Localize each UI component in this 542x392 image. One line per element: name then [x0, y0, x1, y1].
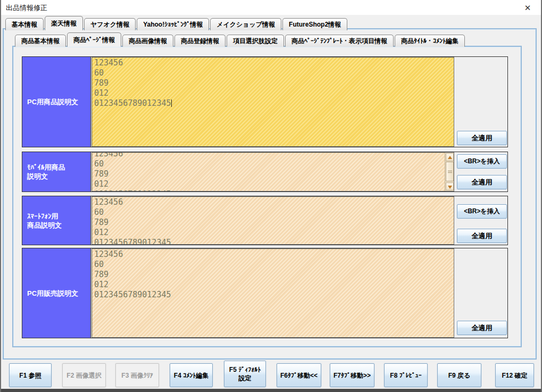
tab-rakuten-info[interactable]: 楽天情報	[45, 16, 83, 30]
thumb-grip-icon	[448, 171, 452, 173]
subtab-product-page-info[interactable]: 商品ﾍﾟｰｼﾞ情報	[67, 32, 121, 47]
f9-back-button[interactable]: F9 戻る	[437, 363, 481, 387]
tab-makeshop-info[interactable]: メイクショップ情報	[210, 18, 281, 30]
section-pc-product-description: PC用商品説明文 123456 60 789 012 0123456789012…	[22, 56, 508, 147]
f4-comment-edit-button[interactable]: F4 ｺﾒﾝﾄ編集	[170, 363, 213, 387]
section-mobile-product-description: ﾓﾊﾞｲﾙ用商品 説明文 123456 60 789 012 012345678…	[22, 152, 508, 192]
pc-product-description-label: PC用商品説明文	[22, 57, 91, 147]
apply-all-button[interactable]: 全適用	[457, 321, 507, 335]
f7-tab-move-forward-button[interactable]: F7ﾀﾌﾞ移動>>	[330, 363, 374, 387]
pc-sales-description-text: 123456 60 789 012 0123456789012345	[92, 249, 454, 301]
scroll-up-button[interactable]	[446, 153, 454, 161]
marketplace-tabs: 基本情報 楽天情報 ヤフオク情報 Yahoo!ｼｮｯﾋﾟﾝｸﾞ情報 メイクショッ…	[5, 16, 347, 30]
window-title: 出品情報修正	[6, 3, 47, 13]
subtab-product-image-info[interactable]: 商品画像情報	[122, 35, 173, 47]
dialog-listing-info-edit: 出品情報修正 ✕ 基本情報 楽天情報 ヤフオク情報 Yahoo!ｼｮｯﾋﾟﾝｸﾞ…	[0, 0, 542, 392]
close-icon[interactable]: ✕	[522, 3, 533, 13]
mobile-product-description-text: 123456 60 789 012 0123456789012345	[92, 152, 445, 191]
title-bar: 出品情報修正 ✕	[1, 0, 541, 15]
arrow-down-icon	[448, 186, 452, 189]
rakuten-subtabs: 商品基本情報 商品ﾍﾟｰｼﾞ情報 商品画像情報 商品登録情報 項目選択肢設定 商…	[15, 32, 465, 47]
f3-image-clear-button: F3 画像ｸﾘｱ	[115, 363, 159, 387]
f12-confirm-button[interactable]: F12 確定	[495, 363, 534, 387]
tab-basic-info[interactable]: 基本情報	[5, 18, 44, 30]
subtab-product-registration-info[interactable]: 商品登録情報	[174, 35, 226, 47]
pc-product-description-text: 123456 60 789 012 0123456789012345	[94, 58, 171, 108]
section-pc-sales-description: PC用販売説明文 123456 60 789 012 0123456789012…	[22, 248, 508, 338]
apply-all-button[interactable]: 全適用	[457, 229, 507, 243]
f2-image-select-button: F2 画像選択	[62, 363, 106, 387]
smartphone-product-description-textarea[interactable]: 123456 60 789 012 0123456789012345	[91, 196, 454, 245]
tab-yahoo-auction-info[interactable]: ヤフオク情報	[84, 18, 136, 30]
f8-preview-button[interactable]: F8 ﾌﾟﾚﾋﾞｭｰ	[384, 363, 428, 387]
mobile-product-description-textarea[interactable]: 123456 60 789 012 0123456789012345	[91, 152, 454, 191]
pc-product-description-textarea[interactable]: 123456 60 789 012 0123456789012345	[91, 57, 454, 147]
window-bottom-border	[1, 389, 541, 392]
scroll-down-button[interactable]	[446, 182, 454, 190]
mobile-product-description-label: ﾓﾊﾞｲﾙ用商品 説明文	[22, 152, 91, 191]
scroll-thumb[interactable]	[446, 162, 454, 181]
pc-sales-description-buttons: 全適用	[455, 248, 507, 338]
section-smartphone-product-description: ｽﾏｰﾄﾌｫﾝ用 商品説明文 123456 60 789 012 0123456…	[22, 196, 508, 245]
f6-tab-move-back-button[interactable]: F6ﾀﾌﾞ移動<<	[277, 363, 321, 387]
insert-br-button[interactable]: <BR>を挿入	[457, 154, 507, 169]
f5-default-settings-button[interactable]: F5 ﾃﾞｨﾌｫﾙﾄ 設定	[224, 361, 266, 387]
pc-sales-description-textarea[interactable]: 123456 60 789 012 0123456789012345	[91, 248, 454, 338]
subtab-product-basic-info[interactable]: 商品基本情報	[15, 35, 66, 47]
smartphone-product-description-text: 123456 60 789 012 0123456789012345	[92, 197, 454, 245]
smartphone-product-description-buttons: <BR>を挿入 全適用	[455, 196, 507, 245]
mobile-product-description-buttons: <BR>を挿入 全適用	[455, 152, 507, 191]
arrow-up-icon	[448, 156, 452, 159]
tab-yahoo-shopping-info[interactable]: Yahoo!ｼｮｯﾋﾟﾝｸﾞ情報	[137, 18, 209, 30]
pc-sales-description-label: PC用販売説明文	[22, 248, 91, 338]
f1-browse-button[interactable]: F1 参照	[9, 363, 52, 387]
subtab-product-title-comment-edit[interactable]: 商品ﾀｲﾄﾙ・ｺﾒﾝﾄ編集	[395, 35, 465, 47]
apply-all-button[interactable]: 全適用	[457, 175, 507, 189]
subtab-product-page-template-display-items[interactable]: 商品ﾍﾟｰｼﾞﾃﾝﾌﾟﾚｰﾄ・表示項目情報	[285, 35, 394, 47]
text-cursor	[171, 99, 172, 107]
vertical-scrollbar[interactable]	[445, 153, 454, 191]
apply-all-button[interactable]: 全適用	[457, 131, 507, 145]
pc-product-description-buttons: 全適用	[455, 57, 507, 147]
insert-br-button[interactable]: <BR>を挿入	[457, 204, 507, 219]
subtab-item-choice-settings[interactable]: 項目選択肢設定	[227, 35, 284, 47]
tab-futureshop2-info[interactable]: FutureShop2情報	[282, 18, 347, 30]
smartphone-product-description-label: ｽﾏｰﾄﾌｫﾝ用 商品説明文	[22, 196, 91, 245]
